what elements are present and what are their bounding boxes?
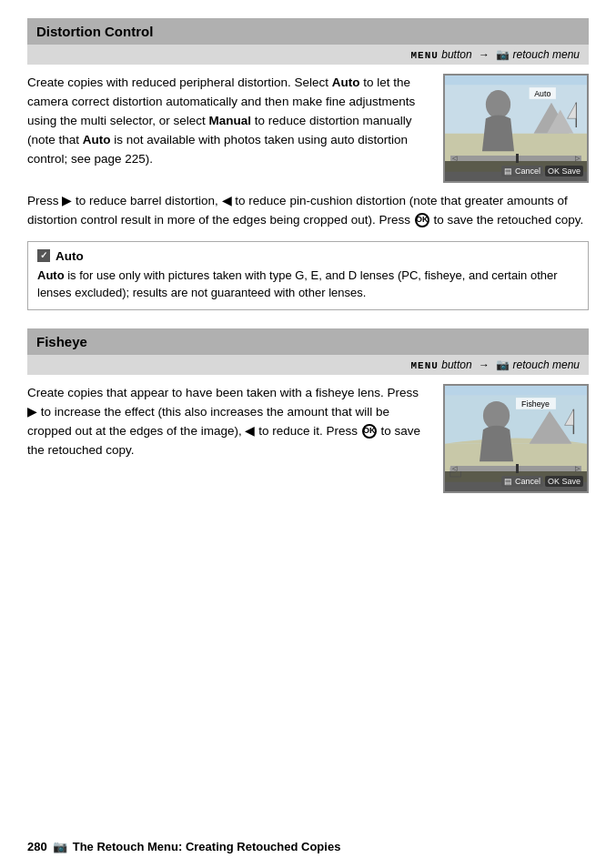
menu-keyword-2: MENU (410, 360, 438, 371)
menu-path-italic-1: button (441, 48, 471, 61)
cam-ok-btn-1: OK Save (545, 166, 583, 177)
fisheye-header: Fisheye (27, 328, 589, 355)
menu-arrow-2: → (479, 358, 490, 371)
fisheye-menu-path: MENU button → 📷 retouch menu (27, 355, 589, 375)
fisheye-section: Fisheye MENU button → 📷 retouch menu Cre… (27, 328, 589, 493)
menu-arrow-1: → (479, 48, 490, 61)
note-text-1: Auto is for use only with pictures taken… (37, 267, 579, 302)
retouch-menu-icon-2: 📷 (496, 358, 510, 371)
menu-path-italic-2: button (441, 358, 471, 371)
distortion-cam-screen: Auto ▤ Cancel OK Save ◁ ▷ (443, 74, 589, 183)
retouch-menu-icon-1: 📷 (496, 48, 510, 61)
cam-slider-handle-2 (516, 464, 519, 473)
distortion-content: Create copies with reduced peripheral di… (27, 74, 589, 183)
distortion-note-box: ✓ Auto Auto is for use only with picture… (27, 241, 589, 310)
cam-cancel-btn-1: ▤ Cancel (501, 166, 543, 177)
fisheye-camera-image: Fisheye ▤ Cancel OK Save ◁ ▷ (443, 384, 589, 493)
distortion-control-section: Distortion Control MENU button → 📷 retou… (27, 18, 589, 310)
cam-scene-bg-1 (445, 76, 587, 161)
distortion-control-header: Distortion Control (27, 18, 589, 45)
distortion-camera-image: Auto ▤ Cancel OK Save ◁ ▷ (443, 74, 589, 183)
cam-cancel-btn-2: ▤ Cancel (501, 476, 543, 487)
fisheye-text-block: Create copies that appear to have been t… (27, 384, 430, 468)
retouch-menu-label-1: retouch menu (513, 48, 580, 61)
cam-slider-2: ◁ ▷ (450, 466, 581, 471)
page-content: Distortion Control MENU button → 📷 retou… (0, 0, 616, 557)
fisheye-para-1: Create copies that appear to have been t… (27, 384, 430, 460)
cam-slider-right-2: ▷ (575, 465, 580, 472)
distortion-control-title: Distortion Control (36, 24, 153, 39)
cam-slider-handle-1 (516, 154, 519, 163)
cam-slider-left-1: ◁ (452, 155, 457, 162)
menu-keyword-1: MENU (410, 50, 438, 61)
check-icon-1: ✓ (37, 249, 50, 262)
cam-slider-right-1: ▷ (575, 155, 580, 162)
note-title-label-1: Auto (56, 249, 84, 263)
cam-ok-btn-2: OK Save (545, 476, 583, 487)
distortion-text-block: Create copies with reduced peripheral di… (27, 74, 430, 177)
ok-circle-1: OK (415, 213, 429, 227)
cam-slider-left-2: ◁ (452, 465, 457, 472)
note-title-1: ✓ Auto (37, 249, 579, 263)
fisheye-cam-screen: Fisheye ▤ Cancel OK Save ◁ ▷ (443, 384, 589, 493)
distortion-menu-path: MENU button → 📷 retouch menu (27, 45, 589, 65)
cam-bottom-bar-1: ▤ Cancel OK Save (445, 161, 587, 181)
cam-bottom-bar-2: ▤ Cancel OK Save (445, 471, 587, 491)
ok-circle-2: OK (362, 424, 377, 439)
page-footer: 280 📷 The Retouch Menu: Creating Retouch… (27, 840, 589, 853)
page-number: 280 (27, 840, 47, 853)
retouch-menu-label-2: retouch menu (513, 358, 580, 371)
footer-text: The Retouch Menu: Creating Retouched Cop… (73, 840, 341, 853)
distortion-para-2: Press ▶ to reduce barrel distortion, ◀ t… (27, 192, 589, 230)
cam-slider-1: ◁ ▷ (450, 156, 581, 161)
cam-scene-bg-2 (445, 386, 587, 471)
fisheye-content: Create copies that appear to have been t… (27, 384, 589, 493)
distortion-para-1: Create copies with reduced peripheral di… (27, 74, 430, 169)
footer-icon: 📷 (53, 840, 67, 853)
fisheye-title: Fisheye (36, 334, 87, 349)
